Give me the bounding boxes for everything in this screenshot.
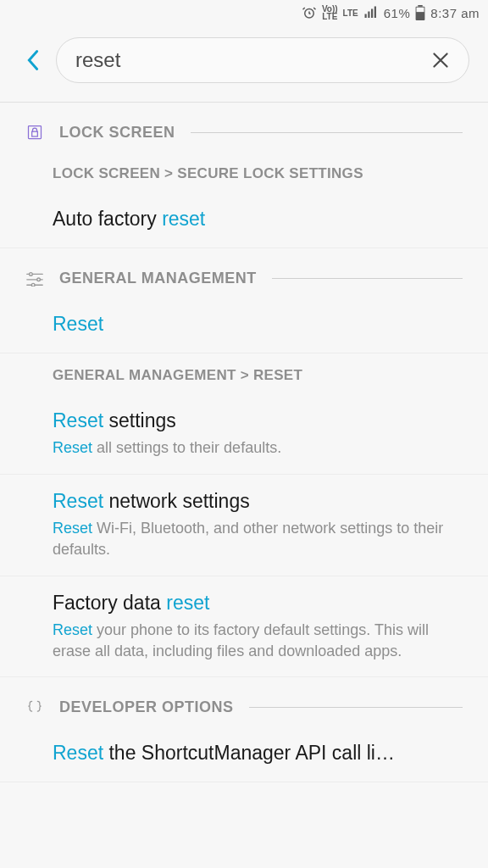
svg-rect-7	[417, 12, 424, 19]
chevron-left-icon	[25, 48, 41, 72]
section-lock-screen: LOCK SCREEN	[0, 103, 488, 152]
svg-point-11	[30, 273, 33, 276]
search-header	[0, 25, 488, 103]
braces-icon	[25, 698, 44, 716]
section-label: DEVELOPER OPTIONS	[59, 698, 234, 716]
result-title: Auto factory reset	[53, 206, 463, 232]
section-label: GENERAL MANAGEMENT	[59, 270, 257, 287]
result-subtitle: Reset all settings to their defaults.	[53, 437, 463, 459]
result-reset[interactable]: Reset	[0, 298, 488, 353]
close-icon	[430, 49, 452, 71]
result-reset-shortcutmanager[interactable]: Reset the ShortcutManager API call li…	[0, 726, 488, 782]
clear-button[interactable]	[428, 47, 453, 73]
battery-icon	[415, 5, 425, 20]
result-reset-settings[interactable]: Reset settings Reset all settings to the…	[0, 394, 488, 475]
clock: 8:37 am	[430, 6, 480, 20]
section-general-management: GENERAL MANAGEMENT	[0, 248, 488, 298]
result-title: Factory data reset	[53, 590, 463, 616]
divider	[272, 278, 463, 279]
result-title: Reset	[53, 311, 463, 337]
svg-rect-6	[419, 5, 423, 7]
result-auto-factory-reset[interactable]: Auto factory reset	[0, 192, 488, 248]
back-button[interactable]	[22, 47, 44, 73]
result-subtitle: Reset your phone to its factory default …	[53, 620, 463, 662]
svg-point-12	[37, 278, 41, 281]
section-label: LOCK SCREEN	[59, 124, 175, 142]
lte-icon: LTE	[343, 9, 358, 17]
result-factory-data-reset[interactable]: Factory data reset Reset your phone to i…	[0, 576, 488, 678]
svg-rect-10	[32, 131, 38, 136]
svg-rect-1	[364, 14, 366, 19]
result-title: Reset the ShortcutManager API call li…	[53, 740, 463, 766]
divider	[191, 132, 463, 133]
status-bar: Vo)) LTE LTE 61% 8:37 am	[0, 0, 488, 25]
sliders-icon	[25, 269, 44, 287]
svg-rect-2	[368, 12, 369, 19]
svg-point-13	[31, 283, 35, 287]
volte-icon: Vo)) LTE	[322, 5, 338, 20]
result-subtitle: Reset Wi-Fi, Bluetooth, and other networ…	[53, 518, 463, 560]
signal-icon	[363, 5, 379, 20]
divider	[249, 707, 463, 708]
breadcrumb: GENERAL MANAGEMENT > RESET	[0, 353, 488, 394]
alarm-icon	[302, 5, 317, 20]
svg-rect-4	[374, 7, 376, 19]
breadcrumb: LOCK SCREEN > SECURE LOCK SETTINGS	[0, 152, 488, 192]
search-field[interactable]	[56, 37, 469, 83]
section-developer-options: DEVELOPER OPTIONS	[0, 677, 488, 726]
result-title: Reset network settings	[53, 488, 463, 515]
battery-percentage: 61%	[384, 6, 411, 20]
result-title: Reset settings	[53, 408, 463, 434]
search-results: LOCK SCREEN LOCK SCREEN > SECURE LOCK SE…	[0, 103, 488, 782]
svg-rect-3	[371, 9, 373, 19]
search-input[interactable]	[75, 48, 428, 72]
result-reset-network-settings[interactable]: Reset network settings Reset Wi-Fi, Blue…	[0, 475, 488, 576]
svg-rect-8	[417, 8, 424, 12]
lock-icon	[25, 123, 44, 142]
